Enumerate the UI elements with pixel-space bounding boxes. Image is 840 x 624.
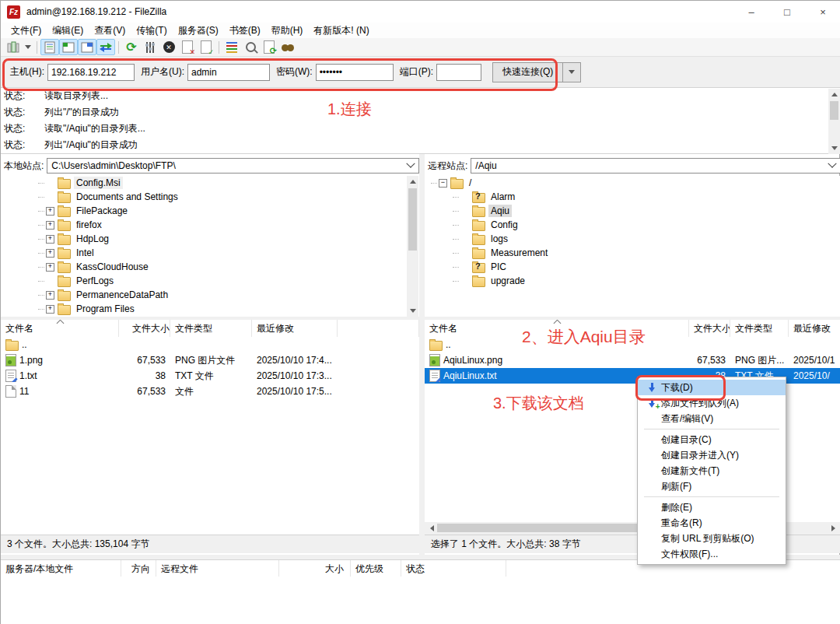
tree-item[interactable]: Measurement (425, 246, 840, 260)
scrollbar-thumb[interactable] (437, 524, 647, 532)
column-header-3[interactable]: 最近修改 (252, 320, 338, 337)
local-tree-scrollbar[interactable] (407, 176, 418, 317)
menubar-item[interactable]: 文件(F) (5, 23, 47, 39)
compare-directories-button[interactable] (222, 39, 241, 55)
menubar-item[interactable]: 有新版本! (N) (308, 23, 374, 39)
maximize-button[interactable]: □ (769, 1, 805, 23)
site-manager-dropdown[interactable] (23, 39, 33, 55)
quickconnect-dropdown[interactable] (563, 62, 581, 82)
menubar-item[interactable]: 传输(T) (131, 23, 172, 39)
password-input[interactable] (316, 64, 394, 81)
context-menu-item[interactable]: 创建新文件(T) (638, 463, 786, 479)
tree-item[interactable]: Aqiu (425, 204, 840, 218)
menubar-item[interactable]: 帮助(H) (266, 23, 309, 39)
file-row[interactable]: 1167,533文件2025/10/10 17:5... (1, 384, 419, 399)
tree-item[interactable]: Documents and Settings (1, 190, 407, 204)
close-button[interactable]: × (805, 1, 840, 23)
confirm-queue-button[interactable]: ✓ (197, 39, 215, 55)
queue-column-0[interactable]: 服务器/本地文件 (1, 560, 121, 577)
synchronized-browsing-button[interactable]: ⟳ (260, 39, 278, 55)
tree-item[interactable]: +HdpLog (1, 232, 407, 246)
tree-item[interactable]: Config (425, 218, 840, 232)
scroll-down-icon[interactable] (407, 305, 418, 317)
tree-expander-icon[interactable]: + (46, 235, 54, 244)
tree-item[interactable]: −/ (425, 176, 840, 190)
tree-expander-icon[interactable]: + (46, 207, 54, 216)
column-header-0[interactable]: 文件名 (1, 320, 119, 337)
menubar-item[interactable]: 查看(V) (89, 23, 131, 39)
log-scrollbar[interactable] (828, 89, 840, 154)
port-input[interactable] (436, 64, 481, 81)
context-menu-item[interactable]: 删除(E) (638, 500, 786, 515)
context-menu-item[interactable]: 复制 URL 到剪贴板(O) (638, 531, 786, 546)
panel-splitter[interactable] (419, 154, 425, 555)
site-manager-button[interactable] (4, 39, 23, 55)
context-menu-item[interactable]: 重命名(R) (638, 515, 786, 531)
tree-item[interactable]: +FilePackage (1, 204, 407, 218)
context-menu-item[interactable]: 刷新(F) (638, 479, 786, 494)
column-header-3[interactable]: 最近修改 (789, 320, 840, 337)
file-row[interactable]: 1.txt38TXT 文件2025/10/10 17:3... (1, 368, 419, 384)
tree-expander-icon[interactable]: + (46, 291, 54, 300)
tree-expander-icon[interactable]: + (46, 249, 54, 258)
scroll-left-icon[interactable] (426, 522, 438, 534)
tree-item[interactable]: PerfLogs (1, 274, 407, 288)
context-menu-item[interactable]: 创建目录并进入(Y) (638, 447, 786, 463)
column-header-1[interactable]: 文件大小 (689, 320, 730, 337)
column-header-2[interactable]: 文件类型 (170, 320, 252, 337)
column-header-1[interactable]: 文件大小 (119, 320, 170, 337)
tree-item[interactable]: +Intel (1, 246, 407, 260)
context-menu-item[interactable]: 下载(D) (638, 380, 786, 395)
cancel-button[interactable]: ✕ (159, 39, 178, 55)
scroll-down-icon[interactable] (828, 142, 840, 154)
scroll-up-icon[interactable] (828, 89, 840, 100)
tree-item[interactable]: ?PIC (425, 260, 840, 274)
scroll-right-icon[interactable] (828, 522, 839, 534)
menubar-item[interactable]: 编辑(E) (47, 23, 89, 39)
queue-column-4[interactable]: 优先级 (351, 560, 401, 577)
refresh-button[interactable]: ⟳ (122, 39, 141, 55)
file-row[interactable]: .. (1, 337, 419, 352)
local-path-combobox[interactable]: C:\Users\admin\Desktop\FTP\ (47, 158, 419, 174)
tree-item[interactable]: +Program Files (1, 302, 407, 316)
tree-item[interactable]: logs (425, 232, 840, 246)
tree-expander-icon[interactable]: + (46, 221, 54, 230)
username-input[interactable] (187, 64, 270, 81)
queue-column-2[interactable]: 远程文件 (156, 560, 279, 577)
host-input[interactable] (47, 64, 135, 81)
toggle-remote-tree-button[interactable] (78, 39, 96, 55)
tree-item[interactable]: +PermanenceDataPath (1, 288, 407, 302)
context-menu-item[interactable]: 文件权限(F)... (638, 546, 786, 562)
process-queue-button[interactable] (141, 39, 159, 55)
tree-item[interactable]: +firefox (1, 218, 407, 232)
scroll-up-icon[interactable] (407, 176, 418, 188)
context-menu-item[interactable]: 创建目录(C) (638, 432, 786, 447)
column-header-0[interactable]: 文件名 (425, 320, 689, 337)
queue-column-3[interactable]: 大小 (279, 560, 351, 577)
quickconnect-button[interactable]: 快速连接(Q) (492, 62, 563, 82)
file-row[interactable]: AqiuLinux.png67,533PNG 图片...2025/10/1 (425, 352, 840, 368)
tree-item[interactable]: ?Alarm (425, 190, 840, 204)
minimize-button[interactable]: – (733, 1, 769, 23)
remote-path-combobox[interactable]: /Aqiu (471, 158, 840, 174)
tree-expander-icon[interactable]: + (46, 305, 54, 314)
menubar-item[interactable]: 服务器(S) (173, 23, 224, 39)
menubar-item[interactable]: 书签(B) (224, 23, 266, 39)
find-files-button[interactable] (278, 39, 297, 55)
tree-item[interactable]: +KassCloudHouse (1, 260, 407, 274)
queue-column-5[interactable]: 状态 (401, 560, 506, 577)
scrollbar-thumb[interactable] (830, 101, 838, 120)
context-menu-item[interactable]: +添加文件到队列(A) (638, 395, 786, 411)
queue-column-1[interactable]: 方向 (121, 560, 156, 577)
column-header-2[interactable]: 文件类型 (730, 320, 789, 337)
tree-expander-icon[interactable]: − (439, 179, 447, 188)
tree-item[interactable]: upgrade (425, 274, 840, 288)
tree-item[interactable]: Config.Msi (1, 176, 407, 190)
toggle-local-tree-button[interactable] (59, 39, 78, 55)
remove-from-queue-button[interactable]: ✕ (178, 39, 197, 55)
tree-expander-icon[interactable]: + (46, 263, 54, 272)
file-row[interactable]: .. (425, 337, 840, 352)
toggle-log-button[interactable] (40, 39, 59, 55)
filter-search-button[interactable] (241, 39, 260, 55)
toggle-queue-button[interactable] (96, 39, 115, 55)
